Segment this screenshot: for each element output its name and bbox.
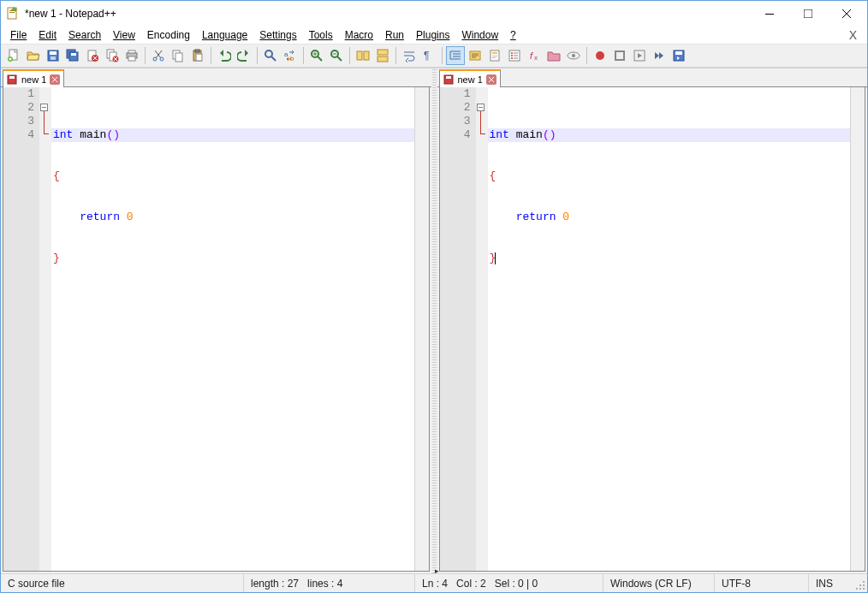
menu-view[interactable]: View bbox=[107, 27, 141, 43]
macro-save-button[interactable] bbox=[669, 46, 688, 65]
menu-settings[interactable]: Settings bbox=[253, 27, 302, 43]
macro-stop-button[interactable] bbox=[610, 46, 629, 65]
doc-map-button[interactable] bbox=[485, 46, 504, 65]
close-document-button[interactable]: X bbox=[842, 27, 864, 44]
menu-macro-label: Macro bbox=[345, 29, 373, 41]
tab-label: new 1 bbox=[21, 74, 46, 85]
minimize-button[interactable] bbox=[750, 2, 788, 27]
vertical-scrollbar[interactable] bbox=[850, 87, 865, 571]
save-button[interactable] bbox=[44, 46, 62, 65]
cut-button[interactable] bbox=[149, 46, 168, 65]
close-all-button[interactable] bbox=[103, 46, 122, 65]
window-title: *new 1 - Notepad++ bbox=[25, 8, 750, 20]
status-encoding[interactable]: UTF-8 bbox=[715, 574, 809, 592]
svg-rect-2 bbox=[9, 12, 15, 13]
svg-rect-37 bbox=[357, 51, 362, 60]
menu-file[interactable]: File bbox=[4, 27, 33, 43]
svg-text:f: f bbox=[530, 50, 533, 61]
text-caret bbox=[495, 252, 496, 264]
fold-toggle-icon[interactable] bbox=[40, 104, 48, 111]
svg-point-67 bbox=[859, 584, 861, 586]
svg-point-26 bbox=[160, 57, 163, 61]
menu-run[interactable]: Run bbox=[379, 27, 410, 43]
title-bar: *new 1 - Notepad++ bbox=[1, 1, 867, 27]
macro-record-button[interactable] bbox=[591, 46, 609, 65]
toolbar-separator bbox=[442, 47, 443, 64]
svg-rect-40 bbox=[378, 56, 388, 62]
paste-button[interactable] bbox=[188, 46, 207, 65]
sync-horizontal-button[interactable] bbox=[373, 46, 392, 65]
line-number-gutter: 1 2 3 4 bbox=[440, 87, 476, 571]
right-editor[interactable]: 1 2 3 4 int main() { return 0 } bbox=[439, 87, 866, 572]
code-paren: () bbox=[106, 128, 120, 141]
word-wrap-button[interactable] bbox=[400, 46, 419, 65]
menu-search[interactable]: Search bbox=[62, 27, 107, 43]
find-button[interactable] bbox=[261, 46, 280, 65]
menu-language-label: Language bbox=[202, 29, 247, 41]
fold-toggle-icon[interactable] bbox=[477, 104, 485, 111]
tab-close-button[interactable] bbox=[50, 74, 60, 85]
tab-new-1-left[interactable]: new 1 bbox=[3, 69, 64, 87]
menu-help[interactable]: ? bbox=[504, 27, 522, 43]
zoom-out-button[interactable] bbox=[327, 46, 346, 65]
pane-splitter[interactable]: ▸ bbox=[431, 68, 437, 573]
menu-edit-label: Edit bbox=[39, 29, 56, 41]
macro-play-button[interactable] bbox=[630, 46, 649, 65]
toolbar-separator bbox=[395, 47, 396, 64]
maximize-button[interactable] bbox=[788, 2, 827, 27]
open-file-button[interactable] bbox=[24, 46, 43, 65]
left-editor[interactable]: 1 2 3 4 int main() { return 0 } bbox=[3, 87, 430, 572]
monitoring-button[interactable] bbox=[564, 46, 583, 65]
replace-button[interactable]: ab bbox=[281, 46, 300, 65]
svg-rect-5 bbox=[804, 9, 812, 18]
show-all-chars-button[interactable]: ¶ bbox=[419, 46, 438, 65]
new-file-button[interactable] bbox=[4, 46, 23, 65]
menu-language[interactable]: Language bbox=[196, 27, 253, 43]
fold-column[interactable] bbox=[476, 87, 488, 571]
save-all-button[interactable] bbox=[63, 46, 82, 65]
vertical-scrollbar[interactable] bbox=[414, 87, 429, 571]
function-list-button[interactable]: fx bbox=[525, 46, 544, 65]
menu-file-label: File bbox=[10, 29, 27, 41]
fold-column[interactable] bbox=[39, 87, 51, 571]
right-pane: new 1 1 2 3 4 int main() { return 0 bbox=[437, 68, 868, 573]
code-area[interactable]: int main() { return 0 } bbox=[51, 87, 414, 571]
menu-edit[interactable]: Edit bbox=[33, 27, 62, 43]
resize-grip-icon[interactable] bbox=[852, 577, 865, 590]
redo-button[interactable] bbox=[235, 46, 253, 65]
window-controls bbox=[750, 2, 865, 27]
status-insert-mode[interactable]: INS bbox=[809, 574, 852, 592]
code-keyword: return bbox=[80, 211, 120, 223]
close-file-button[interactable] bbox=[83, 46, 102, 65]
menu-plugins[interactable]: Plugins bbox=[410, 27, 455, 43]
menu-window[interactable]: Window bbox=[455, 27, 504, 43]
menu-macro[interactable]: Macro bbox=[339, 27, 379, 43]
svg-rect-16 bbox=[71, 53, 76, 56]
svg-point-69 bbox=[856, 588, 858, 590]
status-eol[interactable]: Windows (CR LF) bbox=[603, 574, 715, 592]
menu-search-label: Search bbox=[68, 29, 101, 41]
tab-new-1-right[interactable]: new 1 bbox=[439, 69, 501, 87]
status-position: Ln : 4 Col : 2 Sel : 0 | 0 bbox=[415, 574, 603, 592]
copy-button[interactable] bbox=[169, 46, 187, 65]
fold-guide bbox=[44, 111, 45, 133]
menu-tools[interactable]: Tools bbox=[303, 27, 339, 43]
line-number: 1 bbox=[440, 87, 471, 101]
tab-close-button[interactable] bbox=[486, 74, 496, 85]
svg-point-50 bbox=[511, 57, 513, 59]
print-button[interactable] bbox=[122, 46, 141, 65]
folder-workspace-button[interactable] bbox=[544, 46, 563, 65]
zoom-in-button[interactable] bbox=[307, 46, 326, 65]
user-lang-button[interactable] bbox=[466, 46, 485, 65]
code-area[interactable]: int main() { return 0 } bbox=[488, 87, 851, 571]
editor-area: new 1 1 2 3 4 int main() { return 0 bbox=[1, 68, 867, 573]
sync-vertical-button[interactable] bbox=[354, 46, 372, 65]
code-keyword: int bbox=[490, 128, 509, 141]
undo-button[interactable] bbox=[215, 46, 234, 65]
macro-play-multi-button[interactable] bbox=[650, 46, 669, 65]
menu-encoding[interactable]: Encoding bbox=[141, 27, 196, 43]
doc-list-button[interactable] bbox=[505, 46, 524, 65]
svg-rect-13 bbox=[51, 56, 56, 60]
indent-guide-button[interactable] bbox=[446, 46, 465, 65]
close-window-button[interactable] bbox=[827, 2, 865, 27]
